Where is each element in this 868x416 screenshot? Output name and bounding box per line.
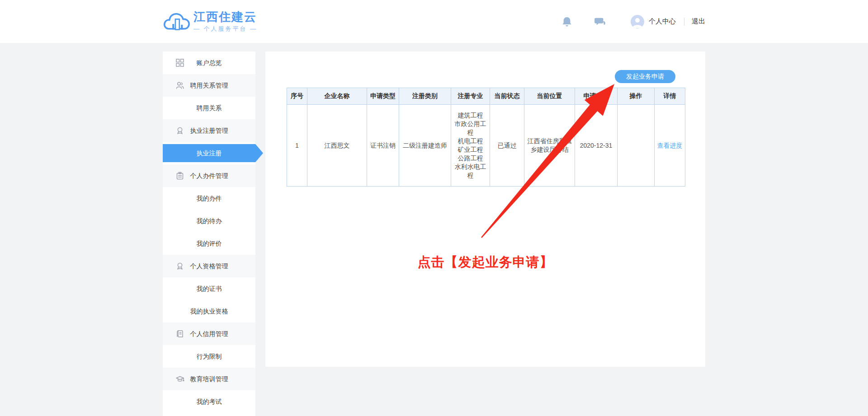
sidebar-item-label: 我的待办 bbox=[197, 217, 222, 224]
credit-book-icon bbox=[175, 329, 184, 338]
registration-table-wrap: 序号 企业名称 申请类型 注册类别 注册专业 当前状态 当前位置 申请时间 操作… bbox=[287, 88, 685, 187]
sidebar-item-label: 我的办件 bbox=[197, 195, 222, 202]
sidebar-item-label: 个人办件管理 bbox=[190, 172, 228, 179]
cell-status: 已通过 bbox=[490, 105, 524, 187]
cell-apply-date: 2020-12-31 bbox=[575, 105, 618, 187]
app-logo: 江西住建云 — 个人服务平台 — bbox=[163, 7, 257, 36]
sidebar-item-my-evaluation[interactable]: 我的评价 bbox=[163, 232, 255, 255]
cell-seq: 1 bbox=[287, 105, 307, 187]
sidebar-item-label: 执业注册 bbox=[197, 150, 222, 157]
sidebar-item-practice-registration-management[interactable]: 执业注册管理 bbox=[163, 119, 255, 142]
annotation-text: 点击【发起业务申请】 bbox=[265, 253, 705, 271]
sidebar-item-employment-relation[interactable]: 聘用关系 bbox=[163, 97, 255, 119]
cell-location: 江西省住房和城乡建设厅办结 bbox=[524, 105, 575, 187]
col-header-status: 当前状态 bbox=[490, 88, 524, 105]
col-header-apply-type: 申请类型 bbox=[367, 88, 399, 105]
personal-center-link[interactable]: 个人中心 bbox=[649, 17, 676, 26]
sidebar-item-practice-registration[interactable]: 执业注册 bbox=[163, 142, 255, 164]
col-header-location: 当前位置 bbox=[524, 88, 575, 105]
sidebar-item-label: 教育培训管理 bbox=[190, 375, 228, 383]
col-header-apply-date: 申请时间 bbox=[575, 88, 618, 105]
sidebar-item-label: 我的考试 bbox=[197, 398, 222, 405]
sidebar-item-personal-credit-management[interactable]: 个人信用管理 bbox=[163, 323, 255, 345]
clipboard-icon bbox=[175, 171, 184, 180]
sidebar-item-personal-qualification-management[interactable]: 个人资格管理 bbox=[163, 255, 255, 277]
start-business-application-button[interactable]: 发起业务申请 bbox=[615, 70, 675, 83]
cell-company: 江西思文 bbox=[307, 105, 367, 187]
header-divider bbox=[684, 18, 684, 26]
sidebar-item-label: 聘用关系管理 bbox=[190, 82, 228, 89]
sidebar-item-my-cases[interactable]: 我的办件 bbox=[163, 187, 255, 210]
app-subtitle: — 个人服务平台 — bbox=[193, 25, 257, 33]
sidebar-item-label: 账户总览 bbox=[197, 59, 222, 66]
badge-icon bbox=[175, 126, 184, 135]
graduation-cap-icon bbox=[175, 374, 184, 383]
top-header: 江西住建云 — 个人服务平台 — bbox=[0, 0, 868, 43]
cloud-buildings-logo-icon bbox=[163, 7, 191, 36]
main-content-panel: 发起业务申请 序号 企业名称 申请类型 注册类别 注册专业 当前状 bbox=[265, 51, 705, 367]
grid-icon bbox=[175, 58, 184, 67]
cell-detail: 查看进度 bbox=[655, 105, 685, 187]
cell-reg-category: 二级注册建造师 bbox=[399, 105, 451, 187]
notification-bell-icon[interactable] bbox=[562, 16, 572, 27]
sidebar-item-label: 个人信用管理 bbox=[190, 330, 228, 337]
cell-operation bbox=[618, 105, 655, 187]
col-header-reg-category: 注册类别 bbox=[399, 88, 451, 105]
sidebar-item-my-exams[interactable]: 我的考试 bbox=[163, 390, 255, 413]
sidebar-item-label: 行为限制 bbox=[197, 353, 222, 360]
app-title: 江西住建云 bbox=[193, 10, 257, 23]
registration-table: 序号 企业名称 申请类型 注册类别 注册专业 当前状态 当前位置 申请时间 操作… bbox=[287, 88, 685, 187]
view-progress-link[interactable]: 查看进度 bbox=[657, 142, 683, 149]
sidebar: 账户总览 聘用关系管理 聘用关系 执业注册管理 bbox=[163, 51, 255, 416]
col-header-company: 企业名称 bbox=[307, 88, 367, 105]
sidebar-item-employment-management[interactable]: 聘用关系管理 bbox=[163, 74, 255, 97]
cell-apply-type: 证书注销 bbox=[367, 105, 399, 187]
col-header-seq: 序号 bbox=[287, 88, 307, 105]
col-header-majors: 注册专业 bbox=[451, 88, 490, 105]
badge-icon bbox=[175, 262, 184, 271]
col-header-operation: 操作 bbox=[618, 88, 655, 105]
sidebar-item-personal-cases-management[interactable]: 个人办件管理 bbox=[163, 164, 255, 187]
table-header-row: 序号 企业名称 申请类型 注册类别 注册专业 当前状态 当前位置 申请时间 操作… bbox=[287, 88, 685, 105]
sidebar-item-label: 聘用关系 bbox=[197, 104, 222, 112]
people-icon bbox=[175, 81, 184, 90]
sidebar-item-my-practice-qualification[interactable]: 我的执业资格 bbox=[163, 300, 255, 323]
sidebar-item-account-overview[interactable]: 账户总览 bbox=[163, 51, 255, 74]
sidebar-item-label: 我的执业资格 bbox=[190, 308, 228, 315]
messages-icon[interactable] bbox=[594, 16, 606, 27]
sidebar-item-label: 个人资格管理 bbox=[190, 262, 228, 270]
sidebar-item-label: 执业注册管理 bbox=[190, 127, 228, 134]
sidebar-item-behavior-restriction[interactable]: 行为限制 bbox=[163, 345, 255, 368]
user-avatar[interactable] bbox=[631, 15, 644, 28]
col-header-detail: 详情 bbox=[655, 88, 685, 105]
sidebar-item-education-training-management[interactable]: 教育培训管理 bbox=[163, 368, 255, 390]
cell-majors: 建筑工程 市政公用工程 机电工程 矿业工程 公路工程 水利水电工程 bbox=[451, 105, 490, 187]
sidebar-item-label: 我的证书 bbox=[197, 285, 222, 292]
sidebar-item-my-certificates[interactable]: 我的证书 bbox=[163, 277, 255, 300]
sidebar-item-my-todo[interactable]: 我的待办 bbox=[163, 210, 255, 232]
active-item-banner[interactable]: 执业注册 bbox=[163, 144, 255, 162]
logout-link[interactable]: 退出 bbox=[692, 17, 705, 26]
table-row: 1 江西思文 证书注销 二级注册建造师 建筑工程 市政公用工程 机电工程 矿业工… bbox=[287, 105, 685, 187]
sidebar-item-label: 我的评价 bbox=[197, 240, 222, 247]
